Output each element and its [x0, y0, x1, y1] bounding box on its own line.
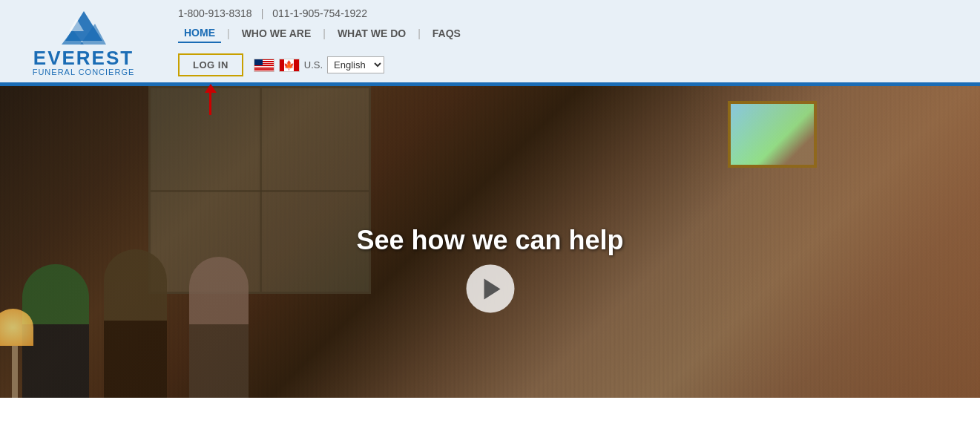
- play-button[interactable]: [466, 265, 514, 313]
- hero-section: See how we can help: [0, 86, 980, 398]
- logo[interactable]: EVEREST FUNERAL CONCIERGE: [15, 7, 152, 76]
- login-button[interactable]: LOG IN: [178, 53, 243, 76]
- nav-links: HOME | WHO WE ARE | WHAT WE DO | FAQS: [178, 24, 467, 43]
- hero-headline: See how we can help: [356, 225, 623, 256]
- person-silhouette-2: [104, 249, 167, 398]
- phone-us[interactable]: 1-800-913-8318: [178, 7, 252, 19]
- lamp: [0, 309, 37, 398]
- right-person-area: [608, 86, 980, 398]
- canada-flag-icon: 🍁: [279, 59, 300, 72]
- site-header: EVEREST FUNERAL CONCIERGE 1-800-913-8318…: [0, 0, 980, 82]
- login-row: LOG IN 🍁 U.S. English Spanish French: [15, 49, 965, 82]
- language-select[interactable]: English Spanish French: [327, 56, 384, 73]
- arrow-annotation: [205, 84, 217, 115]
- us-flag-icon: [254, 59, 274, 72]
- play-icon: [484, 278, 500, 299]
- logo-subtitle: FUNERAL CONCIERGE: [33, 68, 135, 76]
- phone-bar: 1-800-913-8318 | 011-1-905-754-1922: [15, 0, 965, 24]
- flag-group: 🍁 U.S. English Spanish French: [254, 56, 384, 73]
- logo-brand: EVEREST: [33, 48, 134, 68]
- nav-item-home[interactable]: HOME: [178, 24, 221, 43]
- nav-item-faqs[interactable]: FAQS: [427, 24, 467, 42]
- nav-item-who[interactable]: WHO WE ARE: [236, 24, 318, 42]
- phone-intl[interactable]: 011-1-905-754-1922: [272, 7, 367, 19]
- mountain-icon: [58, 7, 110, 48]
- nav-item-what[interactable]: WHAT WE DO: [332, 24, 412, 42]
- country-label: U.S.: [304, 59, 323, 70]
- nav-bar: HOME | WHO WE ARE | WHAT WE DO | FAQS: [15, 24, 965, 49]
- person-silhouette-3: [189, 257, 249, 398]
- hero-background: See how we can help: [0, 86, 980, 398]
- phone-separator: |: [261, 7, 264, 19]
